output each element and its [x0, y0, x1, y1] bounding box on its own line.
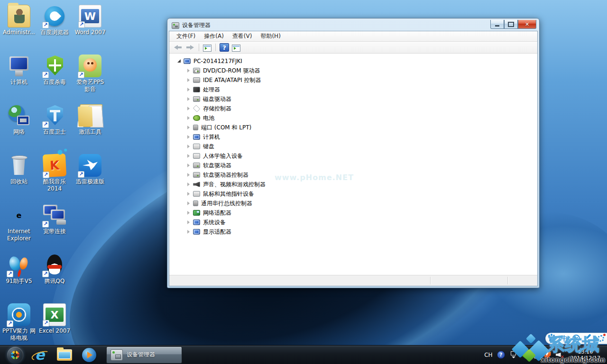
taskbar-internet-explorer[interactable]: e — [28, 346, 52, 364]
collapse-icon[interactable] — [177, 59, 182, 64]
tree-item[interactable]: 鼠标和其他指针设备 — [169, 189, 537, 199]
tree-item[interactable]: 处理器 — [169, 85, 537, 94]
expand-icon[interactable] — [186, 220, 191, 225]
tree-item[interactable]: 人体学输入设备 — [169, 151, 537, 161]
tree-item[interactable]: 计算机 — [169, 132, 537, 142]
desktop-icon-baidu-weishi[interactable]: 百度卫士 — [37, 104, 72, 136]
title-bar[interactable]: 设备管理器 — [169, 20, 538, 31]
battery-icon — [193, 115, 200, 121]
tree-item[interactable]: 系统设备 — [169, 218, 537, 227]
tree-item[interactable]: 软盘驱动器控制器 — [169, 170, 537, 180]
chinese-mode-icon[interactable]: 中 — [561, 335, 568, 342]
desktop-icon-broadband[interactable]: 宽带连接 — [37, 204, 72, 235]
expand-icon[interactable] — [186, 173, 191, 177]
help-icon[interactable] — [220, 43, 229, 52]
expand-icon[interactable] — [186, 125, 191, 130]
expand-icon[interactable] — [186, 154, 191, 158]
desktop-icon-xunlei[interactable]: 迅雷极速版 — [73, 154, 107, 185]
forward-icon[interactable] — [185, 43, 195, 52]
handwriting-icon[interactable] — [585, 335, 592, 342]
console-window-icon[interactable] — [203, 45, 212, 52]
tree-item[interactable]: DVD/CD-ROM 驱动器 — [169, 66, 537, 75]
desktop-icon-recycle-bin[interactable]: 回收站 — [2, 154, 36, 185]
desktop-icon-baidu-browser[interactable]: 百度浏览器 — [37, 5, 72, 36]
ide-controller-icon — [193, 77, 200, 83]
language-indicator[interactable]: CH — [484, 352, 492, 358]
tree-item-label: 电池 — [203, 114, 214, 122]
expand-icon[interactable] — [186, 210, 191, 215]
tree-item[interactable]: 存储控制器 — [169, 104, 537, 113]
restore-language-bar-icon[interactable] — [509, 351, 517, 359]
disk-drive-icon — [193, 96, 200, 102]
usb-safely-remove-icon[interactable] — [534, 351, 539, 359]
desktop-icon-label: 宽带连接 — [37, 228, 72, 235]
tree-item[interactable]: 通用串行总线控制器 — [169, 199, 537, 208]
back-icon[interactable] — [173, 43, 183, 52]
shortcut-arrow-icon — [42, 22, 49, 28]
taskbar-media-player[interactable] — [77, 346, 101, 364]
task-device-manager[interactable]: 设备管理器 — [106, 346, 182, 364]
smiley-icon[interactable] — [572, 335, 580, 342]
tree-item-label: 软盘驱动器 — [203, 162, 231, 170]
desktop-icon-activation-folder[interactable]: 激活工具 — [73, 104, 107, 136]
baidu-logo-icon[interactable] — [548, 335, 556, 342]
tree-item[interactable]: 磁盘驱动器 — [169, 94, 537, 104]
tree-item[interactable]: 键盘 — [169, 142, 537, 151]
expand-icon[interactable] — [186, 106, 191, 111]
desktop-icon-internet-explorer[interactable]: eInternet Explorer — [2, 204, 36, 242]
baidu-antivirus-icon[interactable] — [522, 351, 530, 359]
maximize-button[interactable] — [504, 20, 518, 29]
expand-icon[interactable] — [186, 191, 191, 196]
desktop-icon-word[interactable]: WWord 2007 — [73, 5, 107, 36]
desktop-icon-computer[interactable]: 计算机 — [2, 55, 36, 86]
desktop-icon-baidu-antivirus[interactable]: 百度杀毒 — [37, 55, 72, 86]
expand-icon[interactable] — [186, 144, 191, 149]
start-button[interactable] — [3, 346, 28, 364]
tree-item[interactable]: 网络适配器 — [169, 208, 537, 218]
desktop-icon-user-folder[interactable]: Administr... — [2, 5, 36, 36]
taskbar-windows-explorer[interactable] — [52, 346, 77, 364]
expand-icon[interactable] — [186, 78, 191, 82]
expand-icon[interactable] — [186, 97, 191, 101]
expand-icon[interactable] — [186, 182, 191, 187]
baidu-antivirus-icon — [43, 55, 66, 77]
tree-item[interactable]: 软盘驱动器 — [169, 161, 537, 170]
volume-muted-icon[interactable] — [555, 351, 563, 359]
desktop-icon-qq[interactable]: 腾讯QQ — [37, 254, 72, 285]
desktop-icon-pptv[interactable]: PPTV聚力 网络电视 — [2, 303, 36, 342]
expand-icon[interactable] — [186, 68, 191, 73]
display-adapter-icon — [193, 229, 200, 235]
expand-icon[interactable] — [186, 229, 191, 234]
baidu-weishi-icon[interactable] — [543, 351, 551, 359]
menu-file[interactable]: 文件(F) — [172, 31, 200, 42]
tree-item[interactable]: 声音、视频和游戏控制器 — [169, 180, 537, 189]
desktop-icon-excel[interactable]: XExcel 2007 — [37, 303, 72, 335]
close-button[interactable] — [518, 20, 536, 29]
toolbar-separator — [199, 44, 199, 51]
menu-view[interactable]: 查看(V) — [228, 31, 257, 42]
action-pane-icon[interactable] — [232, 45, 240, 52]
desktop-icon-kuwo-music[interactable]: K酷我音乐 2014 — [37, 154, 72, 192]
expand-icon[interactable] — [186, 116, 191, 120]
tree-item[interactable]: IDE ATA/ATAPI 控制器 — [169, 75, 537, 85]
expand-icon[interactable] — [186, 135, 191, 139]
menu-action[interactable]: 操作(A) — [200, 31, 228, 42]
tree-item[interactable]: 电池 — [169, 113, 537, 123]
help-icon[interactable] — [497, 351, 505, 359]
tree-item[interactable]: 显示适配器 — [169, 227, 537, 237]
desktop-icon-91-assistant[interactable]: 91助手V5 — [2, 254, 36, 285]
desktop-icon-network[interactable]: 网络 — [2, 104, 36, 136]
desktop-icon-pps[interactable]: 爱奇艺PPS 影音 — [73, 55, 107, 93]
expand-icon[interactable] — [186, 163, 191, 168]
clock[interactable]: 13:16 2014/12/17 — [568, 349, 603, 361]
ime-toolbar[interactable]: 中 — [545, 333, 607, 344]
expand-icon[interactable] — [186, 87, 191, 92]
settings-gear-icon[interactable] — [597, 335, 605, 342]
menu-help[interactable]: 帮助(H) — [256, 31, 285, 42]
tree-root[interactable]: PC-20141217FJKI — [169, 56, 537, 66]
tree-item[interactable]: 端口 (COM 和 LPT) — [169, 123, 537, 132]
expand-icon[interactable] — [186, 201, 191, 206]
tree-item-label: 键盘 — [203, 143, 214, 151]
minimize-button[interactable] — [490, 20, 504, 29]
desktop: Administr...百度浏览器WWord 2007计算机百度杀毒爱奇艺PPS… — [0, 0, 607, 364]
